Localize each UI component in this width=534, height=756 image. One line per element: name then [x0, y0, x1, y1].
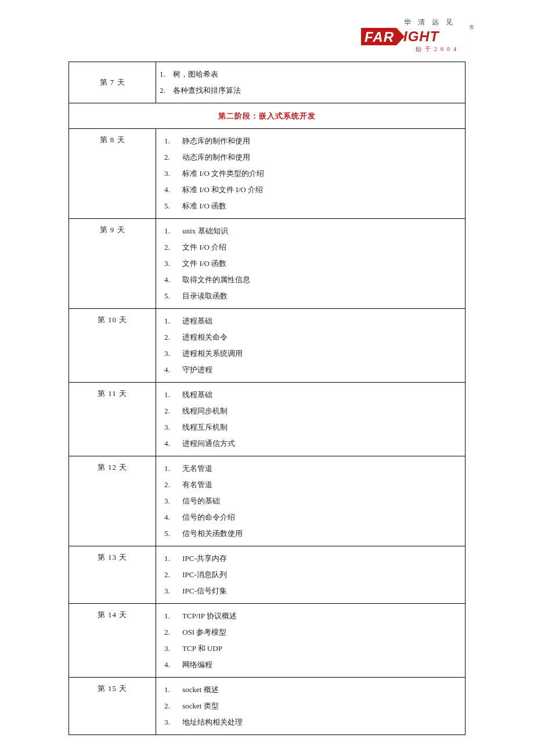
list-number: 3.: [164, 255, 181, 272]
list-number: 5.: [164, 525, 181, 542]
list-text: 网络编程: [181, 660, 212, 669]
table-row: 第 13 天1. IPC-共享内存2. IPC-消息队列3. IPC-信号灯集: [69, 546, 466, 604]
stage-header: 第二阶段：嵌入式系统开发: [69, 103, 466, 129]
day-cell: 第 14 天: [69, 604, 156, 678]
list-text: 无名管道: [181, 464, 212, 473]
logo-top-text: 华清远见: [404, 17, 460, 27]
list-item: 2. OSI 参考模型: [164, 624, 465, 640]
list-text: 地址结构相关处理: [181, 718, 243, 726]
list-item: 3. 标准 I/O 文件类型的介绍: [164, 165, 465, 182]
list-number: 2.: [164, 149, 181, 165]
content-cell: 1. 静态库的制作和使用2. 动态库的制作和使用3. 标准 I/O 文件类型的介…: [156, 129, 466, 219]
list-item: 5. 信号相关函数使用: [164, 525, 465, 542]
table-row: 第 14 天1. TCP/IP 协议概述2. OSI 参考模型3. TCP 和 …: [69, 604, 466, 678]
table-row: 第 9 天1. unix 基础知识2. 文件 I/O 介绍3. 文件 I/O 函…: [69, 219, 466, 309]
list-text: 标准 I/O 和文件 I/O 介绍: [181, 185, 263, 194]
list-number: 5.: [164, 288, 181, 304]
list-text: 标准 I/O 函数: [181, 201, 226, 210]
logo-bar: FAR IGHT ®: [361, 28, 466, 45]
list-number: 2.: [164, 698, 181, 714]
list-text: 线程同步机制: [181, 406, 228, 415]
list-item: 4. 信号的命令介绍: [164, 509, 465, 525]
list-number: 1.: [164, 133, 181, 149]
table-row: 第 7 天1. 树，图哈希表2. 各种查找和排序算法: [69, 62, 466, 103]
list-item: 4. 取得文件的属性信息: [164, 272, 465, 288]
day-cell: 第 8 天: [69, 129, 156, 219]
day-cell: 第 7 天: [69, 62, 156, 103]
list-item: 5. 标准 I/O 函数: [164, 198, 465, 214]
content-cell: 1. 无名管道2. 有名管道3. 信号的基础4. 信号的命令介绍5. 信号相关函…: [156, 456, 466, 546]
list-text: IPC-消息队列: [181, 570, 227, 579]
list-text: OSI 参考模型: [181, 628, 226, 636]
list-text: IPC-信号灯集: [181, 586, 227, 595]
list-number: 5.: [164, 198, 181, 214]
list-number: 1.: [164, 550, 181, 567]
list-item: 2. IPC-消息队列: [164, 567, 465, 583]
table-row: 第 10 天1. 进程基础2. 进程相关命令3. 进程相关系统调用4. 守护进程: [69, 309, 466, 383]
list-text: socket 概述: [181, 685, 219, 694]
list-text: 信号的命令介绍: [181, 513, 235, 521]
list-text: IPC-共享内存: [181, 554, 227, 563]
list-text: 线程基础: [181, 390, 212, 399]
list-item: 1. 静态库的制作和使用: [164, 133, 465, 149]
list-number: 1.: [164, 460, 181, 477]
list-item: 2. 动态库的制作和使用: [164, 149, 465, 165]
list-item: 1. 进程基础: [164, 313, 465, 329]
list-item: 2. 有名管道: [164, 477, 465, 493]
list-text: 信号相关函数使用: [181, 529, 243, 538]
day-cell: 第 15 天: [69, 678, 156, 735]
list-number: 4.: [164, 509, 181, 525]
farsight-logo: 华清远见 FAR IGHT ® 始于2004: [361, 17, 466, 53]
list-number: 1.: [164, 223, 181, 239]
list-number: 3.: [164, 493, 181, 509]
list-text: 进程相关系统调用: [181, 349, 243, 358]
list-item: 2. 线程同步机制: [164, 403, 465, 419]
list-number: 2.: [164, 567, 181, 583]
list-item: 1. unix 基础知识: [164, 223, 465, 239]
list-number: 2.: [164, 329, 181, 345]
content-cell: 1. socket 概述2. socket 类型3. 地址结构相关处理: [156, 678, 466, 735]
list-item: 1. 树，图哈希表: [160, 66, 465, 82]
table-row: 第 12 天1. 无名管道2. 有名管道3. 信号的基础4. 信号的命令介绍5.…: [69, 456, 466, 546]
list-text: 各种查找和排序算法: [171, 86, 241, 95]
page-body: 第 7 天1. 树，图哈希表2. 各种查找和排序算法第二阶段：嵌入式系统开发第 …: [68, 62, 466, 756]
list-item: 4. 守护进程: [164, 362, 465, 378]
list-text: 目录读取函数: [181, 291, 228, 300]
list-item: 3. 文件 I/O 函数: [164, 255, 465, 272]
list-number: 4.: [164, 182, 181, 198]
day-cell: 第 10 天: [69, 309, 156, 383]
day-cell: 第 11 天: [69, 383, 156, 456]
list-text: 信号的基础: [181, 496, 220, 505]
list-item: 2. 文件 I/O 介绍: [164, 239, 465, 255]
content-cell: 1. 进程基础2. 进程相关命令3. 进程相关系统调用4. 守护进程: [156, 309, 466, 383]
content-cell: 1. 树，图哈希表2. 各种查找和排序算法: [156, 62, 466, 103]
list-number: 3.: [164, 714, 181, 730]
list-item: 1. IPC-共享内存: [164, 550, 465, 567]
content-cell: 1. unix 基础知识2. 文件 I/O 介绍3. 文件 I/O 函数4. 取…: [156, 219, 466, 309]
list-number: 3.: [164, 165, 181, 182]
list-item: 3. 线程互斥机制: [164, 419, 465, 435]
content-cell: 1. 线程基础2. 线程同步机制3. 线程互斥机制4. 进程间通信方式: [156, 383, 466, 456]
list-item: 1. 无名管道: [164, 460, 465, 477]
list-item: 3. TCP 和 UDP: [164, 640, 465, 657]
stage-row: 第二阶段：嵌入式系统开发: [69, 103, 466, 129]
list-text: socket 类型: [181, 701, 219, 710]
list-item: 2. socket 类型: [164, 698, 465, 714]
list-text: 取得文件的属性信息: [181, 275, 250, 284]
list-number: 2.: [164, 624, 181, 640]
list-text: 进程基础: [181, 316, 212, 325]
list-text: 线程互斥机制: [181, 423, 228, 431]
list-number: 3.: [164, 419, 181, 435]
list-number: 1.: [160, 66, 171, 82]
list-text: TCP 和 UDP: [181, 644, 222, 653]
list-item: 1. 线程基础: [164, 387, 465, 403]
list-number: 2.: [164, 239, 181, 255]
header: 华清远见 FAR IGHT ® 始于2004: [0, 17, 534, 62]
table-row: 第 11 天1. 线程基础2. 线程同步机制3. 线程互斥机制4. 进程间通信方…: [69, 383, 466, 456]
list-item: 3. 信号的基础: [164, 493, 465, 509]
list-number: 2.: [164, 403, 181, 419]
list-item: 3. 进程相关系统调用: [164, 345, 465, 362]
list-text: unix 基础知识: [181, 226, 228, 235]
day-cell: 第 13 天: [69, 546, 156, 604]
day-cell: 第 12 天: [69, 456, 156, 546]
